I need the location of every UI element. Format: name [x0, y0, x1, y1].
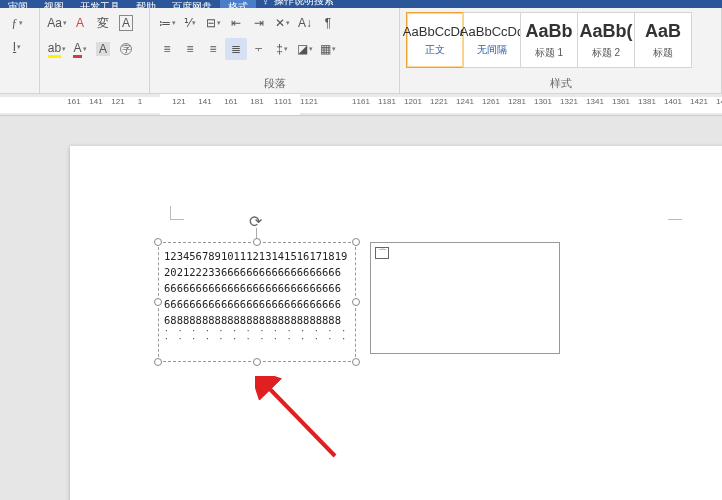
resize-handle[interactable] [253, 238, 261, 246]
document-workspace: ⟳ 12345678910111213141516171819 20212223… [0, 116, 722, 500]
tab-strip: 审阅 视图 开发工具 帮助 百度网盘 格式 ♀ 操作说明搜索 [0, 0, 722, 8]
resize-handle[interactable] [253, 358, 261, 366]
styles-gallery[interactable]: AaBbCcDd 正文 AaBbCcDd 无间隔 AaBb 标题 1 AaBb(… [406, 12, 715, 68]
annotation-arrow-icon [255, 376, 345, 466]
style-heading1[interactable]: AaBb 标题 1 [520, 12, 578, 68]
pilcrow-icon: ¶ [325, 16, 331, 30]
tab-help[interactable]: 帮助 [128, 0, 164, 8]
tab-devtools[interactable]: 开发工具 [72, 0, 128, 8]
svg-line-0 [265, 384, 335, 456]
line-spacing-icon: ‡ [276, 42, 283, 56]
justify-button[interactable]: ≣ [225, 38, 247, 60]
rotate-handle[interactable]: ⟳ [249, 212, 265, 228]
styles-group-label: 样式 [550, 74, 572, 91]
decrease-indent-button[interactable]: ⇤ [225, 12, 247, 34]
asian-icon: ✕ [275, 16, 285, 30]
clipboard-group: ƒ▾ I▾ [0, 8, 40, 93]
borders-button[interactable]: ▦▾ [317, 38, 339, 60]
textbox-empty[interactable]: ⌒ [370, 242, 560, 354]
align-center-icon: ≡ [186, 42, 193, 56]
align-left-icon: ≡ [163, 42, 170, 56]
distribute-button[interactable]: ⫟ [248, 38, 270, 60]
tellme-search[interactable]: ♀ 操作说明搜索 [262, 0, 334, 8]
align-right-icon: ≡ [209, 42, 216, 56]
multilevel-icon: ⊟ [206, 16, 216, 30]
change-case-button[interactable]: Aa▾ [46, 12, 68, 34]
font-color-icon: A [73, 41, 81, 58]
bullets-icon: ≔ [159, 16, 171, 30]
paste-button[interactable]: ƒ▾ [6, 12, 28, 34]
paragraph-group: ≔▾ ⅟▾ ⊟▾ ⇤ ⇥ ✕▾ A↓ ¶ ≡ ≡ ≡ ≣ ⫟ ‡▾ ◪▾ ▦▾ … [150, 8, 400, 93]
resize-handle[interactable] [154, 358, 162, 366]
resize-handle[interactable] [154, 298, 162, 306]
text-line: 6666666666666666666666666666 [164, 296, 350, 312]
cut-button[interactable]: I▾ [6, 36, 28, 58]
align-left-button[interactable]: ≡ [156, 38, 178, 60]
justify-icon: ≣ [231, 42, 241, 56]
char-shading-button[interactable]: A [92, 38, 114, 60]
lightbulb-icon: ♀ [262, 0, 270, 7]
grow-font-button[interactable]: A [69, 12, 91, 34]
text-line: 2021222336666666666666666666 [164, 264, 350, 280]
text-line: 6666666666666666666666666666 [164, 280, 350, 296]
horizontal-ruler[interactable]: 1611411211121141161181110111211161118112… [0, 94, 722, 116]
increase-indent-button[interactable]: ⇥ [248, 12, 270, 34]
text-line: 6888888888888888888888888888 [164, 312, 350, 328]
font-color-button[interactable]: A▾ [69, 38, 91, 60]
char-border-button[interactable]: A [115, 12, 137, 34]
sort-button[interactable]: A↓ [294, 12, 316, 34]
show-marks-button[interactable]: ¶ [317, 12, 339, 34]
align-center-button[interactable]: ≡ [179, 38, 201, 60]
page[interactable]: ⟳ 12345678910111213141516171819 20212223… [70, 146, 722, 500]
resize-handle[interactable] [352, 358, 360, 366]
overflow-indicator: · · · · · · · · · · · · · · · · · · · · … [164, 328, 350, 344]
italic-icon: I [13, 40, 16, 54]
tab-format[interactable]: 格式 [220, 0, 256, 8]
enclose-button[interactable]: 字 [115, 38, 137, 60]
tab-review[interactable]: 审阅 [0, 0, 36, 8]
sort-icon: A↓ [298, 16, 312, 30]
margin-corner-icon [170, 206, 184, 220]
bold-icon: ƒ [12, 16, 18, 31]
borders-icon: ▦ [320, 42, 331, 56]
textbox-selected[interactable]: ⟳ 12345678910111213141516171819 20212223… [158, 242, 356, 362]
highlight-button[interactable]: ab▾ [46, 38, 68, 60]
bucket-icon: ◪ [297, 42, 308, 56]
indent-icon: ⇥ [254, 16, 264, 30]
font-group: Aa▾ A 変 A ab▾ A▾ A 字 [40, 8, 150, 93]
tab-baidu[interactable]: 百度网盘 [164, 0, 220, 8]
enclose-icon: 字 [120, 43, 132, 55]
textbox-content[interactable]: 12345678910111213141516171819 2021222336… [164, 248, 350, 356]
style-heading2[interactable]: AaBb( 标题 2 [577, 12, 635, 68]
margin-corner-icon [668, 206, 682, 220]
distribute-icon: ⫟ [253, 42, 265, 56]
resize-handle[interactable] [352, 298, 360, 306]
highlight-icon: ab [48, 41, 61, 58]
outdent-icon: ⇤ [231, 16, 241, 30]
grow-font-icon: A [76, 16, 84, 30]
styles-group: AaBbCcDd 正文 AaBbCcDd 无间隔 AaBb 标题 1 AaBb(… [400, 8, 722, 93]
paragraph-group-label: 段落 [264, 74, 286, 91]
tab-view[interactable]: 视图 [36, 0, 72, 8]
style-normal[interactable]: AaBbCcDd 正文 [406, 12, 464, 68]
style-title[interactable]: AaB 标题 [634, 12, 692, 68]
search-label: 操作说明搜索 [274, 0, 334, 8]
ribbon: ƒ▾ I▾ Aa▾ A 変 A ab▾ A▾ A 字 ≔▾ ⅟▾ [0, 8, 722, 94]
layout-options-icon[interactable]: ⌒ [375, 247, 389, 259]
resize-handle[interactable] [352, 238, 360, 246]
line-spacing-button[interactable]: ‡▾ [271, 38, 293, 60]
text-line: 12345678910111213141516171819 [164, 248, 350, 264]
resize-handle[interactable] [154, 238, 162, 246]
asian-layout-button[interactable]: ✕▾ [271, 12, 293, 34]
align-right-button[interactable]: ≡ [202, 38, 224, 60]
numbering-button[interactable]: ⅟▾ [179, 12, 201, 34]
numbering-icon: ⅟ [184, 16, 191, 30]
bullets-button[interactable]: ≔▾ [156, 12, 178, 34]
shading-button[interactable]: ◪▾ [294, 38, 316, 60]
phonetic-button[interactable]: 変 [92, 12, 114, 34]
style-nospacing[interactable]: AaBbCcDd 无间隔 [463, 12, 521, 68]
multilevel-button[interactable]: ⊟▾ [202, 12, 224, 34]
